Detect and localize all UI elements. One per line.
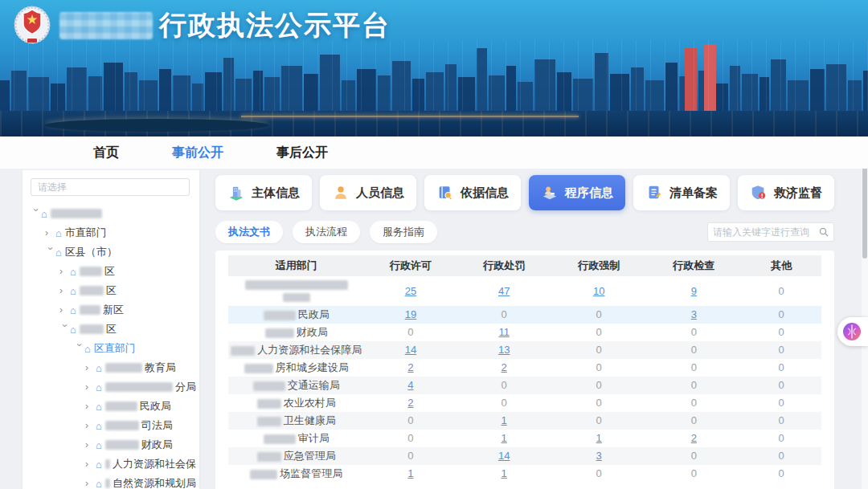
nav-post-disclosure[interactable]: 事后公开 <box>273 137 331 169</box>
table-panel: 适用部门 行政许可 行政处罚 行政强制 行政检查 其他 25 <box>215 251 834 489</box>
keyword-search-input[interactable] <box>713 226 819 238</box>
tab-basis-info[interactable]: 依据信息 <box>424 175 521 210</box>
chevron-down-icon[interactable]: › <box>75 344 84 354</box>
chevron-right-icon[interactable]: › <box>85 479 96 488</box>
tab-list-filing[interactable]: 清单备案 <box>633 175 730 210</box>
count-cell: 0 <box>741 276 821 306</box>
count-cell[interactable]: 1 <box>551 430 646 447</box>
procedure-table: 适用部门 行政许可 行政处罚 行政强制 行政检查 其他 25 <box>228 255 821 483</box>
subtab-enforcement-process[interactable]: 执法流程 <box>293 221 360 243</box>
chevron-right-icon[interactable]: › <box>59 286 70 295</box>
chevron-right-icon[interactable]: › <box>59 305 70 315</box>
redacted-text <box>105 459 110 469</box>
subtab-enforcement-documents[interactable]: 执法文书 <box>215 221 283 243</box>
tab-label: 救济监督 <box>774 185 822 201</box>
count-cell[interactable]: 1 <box>365 465 457 483</box>
tree-item-bureau[interactable]: › ⌂ 民政局 <box>31 397 196 416</box>
tree-item-district[interactable]: › ⌂ 区 <box>31 320 196 339</box>
tab-relief-supervision[interactable]: 救济监督 <box>738 175 834 210</box>
tree-item-city-departments[interactable]: › ⌂ 市直部门 <box>31 223 196 242</box>
count-cell[interactable]: 2 <box>457 359 551 377</box>
department-cell <box>228 276 365 306</box>
tree-item-city-root[interactable]: › ⌂ <box>31 204 196 223</box>
count-cell: 0 <box>741 359 821 377</box>
platform-title-text: 行政执法公示平台 <box>159 7 391 44</box>
tree-item-bureau[interactable]: › ⌂ 自然资源和规划局 <box>31 474 196 489</box>
tree-item-label: 自然资源和规划局 <box>113 476 196 489</box>
subtab-service-guide[interactable]: 服务指南 <box>370 221 437 243</box>
tab-personnel-info[interactable]: 人员信息 <box>320 175 416 210</box>
tab-procedure-info[interactable]: 程序信息 <box>529 175 625 210</box>
tree-item-bureau[interactable]: › ⌂ 分局 <box>31 377 196 397</box>
platform-title: 行政执法公示平台 <box>59 7 391 44</box>
count-cell: 0 <box>646 341 741 359</box>
redacted-text <box>105 440 139 450</box>
scrollbar-thumb[interactable] <box>862 169 867 259</box>
count-cell[interactable]: 2 <box>646 430 741 447</box>
count-cell[interactable]: 3 <box>551 447 646 465</box>
nav-home[interactable]: 首页 <box>90 137 122 169</box>
table-row: 25 47 10 9 0 <box>228 276 821 306</box>
chevron-right-icon[interactable]: › <box>85 382 96 392</box>
count-cell[interactable]: 19 <box>365 306 457 324</box>
chevron-right-icon[interactable]: › <box>85 440 96 450</box>
count-cell[interactable]: 14 <box>365 341 457 359</box>
chevron-right-icon[interactable]: › <box>85 421 96 430</box>
chevron-right-icon[interactable]: › <box>85 459 96 469</box>
chevron-right-icon[interactable]: › <box>85 401 96 411</box>
table-row: 场监督管理局 1 1 0 0 0 <box>228 465 821 483</box>
chevron-down-icon[interactable]: › <box>60 324 70 335</box>
list-icon <box>645 184 663 202</box>
table-row: 财政局 0 11 0 0 0 <box>228 324 821 341</box>
count-cell[interactable]: 1 <box>457 465 551 483</box>
chevron-right-icon[interactable]: › <box>85 363 96 373</box>
skyline-lights <box>0 40 868 112</box>
chevron-right-icon[interactable]: › <box>59 267 70 276</box>
tree-item-district[interactable]: › ⌂ 区 <box>31 262 196 281</box>
search-icon[interactable] <box>819 227 829 237</box>
tree-item-label: 教育局 <box>145 361 176 375</box>
chevron-right-icon[interactable]: › <box>45 228 55 238</box>
tree-item-districts[interactable]: › ⌂ 区县（市） <box>31 242 196 262</box>
count-cell[interactable]: 1 <box>457 430 551 447</box>
count-cell[interactable]: 47 <box>457 276 551 306</box>
tree-item-district-departments[interactable]: › ⌂ 区直部门 <box>31 339 196 358</box>
tree-item-district[interactable]: › ⌂ 新区 <box>31 300 196 320</box>
tree-item-bureau[interactable]: › ⌂ 人力资源和社会保 <box>31 454 196 474</box>
tree-item-bureau[interactable]: › ⌂ 教育局 <box>31 358 196 377</box>
home-icon: ⌂ <box>96 440 102 450</box>
count-cell[interactable]: 11 <box>457 324 551 341</box>
count-cell: 0 <box>457 377 551 394</box>
tree-item-label: 民政局 <box>140 399 171 414</box>
count-cell[interactable]: 10 <box>551 276 646 306</box>
nav-pre-disclosure[interactable]: 事前公开 <box>169 137 227 169</box>
tree-item-district[interactable]: › ⌂ 区 <box>31 281 196 300</box>
count-cell: 0 <box>741 341 821 359</box>
tree-item-label: 区县（市） <box>65 245 117 259</box>
building-icon <box>227 184 245 202</box>
department-cell: 民政局 <box>228 306 365 324</box>
tree-item-bureau[interactable]: › ⌂ 司法局 <box>31 416 196 435</box>
count-cell[interactable]: 1 <box>457 412 551 430</box>
tree-filter-input[interactable] <box>31 178 190 196</box>
column-header: 行政检查 <box>646 255 741 276</box>
count-cell[interactable]: 9 <box>646 276 741 306</box>
count-cell[interactable]: 2 <box>365 359 457 377</box>
tree-item-bureau[interactable]: › ⌂ 财政局 <box>31 435 196 454</box>
home-icon: ⌂ <box>70 324 76 335</box>
count-cell[interactable]: 14 <box>457 447 551 465</box>
shield-icon <box>750 184 768 202</box>
count-cell[interactable]: 25 <box>365 276 457 306</box>
tab-label: 清单备案 <box>669 185 718 201</box>
department-tree: › ⌂ › ⌂ 市直部门 › ⌂ 区县（市） › ⌂ 区 › <box>31 204 196 489</box>
count-cell[interactable]: 2 <box>365 394 457 412</box>
count-cell[interactable]: 3 <box>646 306 741 324</box>
chevron-down-icon[interactable]: › <box>46 247 55 258</box>
enforcement-emblem-logo <box>13 5 51 47</box>
ai-assistant-button[interactable] <box>837 317 868 346</box>
chevron-down-icon[interactable]: › <box>31 209 41 219</box>
tab-subject-info[interactable]: 主体信息 <box>215 175 312 210</box>
count-cell[interactable]: 4 <box>365 377 457 394</box>
info-tabs: 主体信息 人员信息 依据信息 程序信息 <box>215 175 834 210</box>
count-cell[interactable]: 13 <box>457 341 551 359</box>
